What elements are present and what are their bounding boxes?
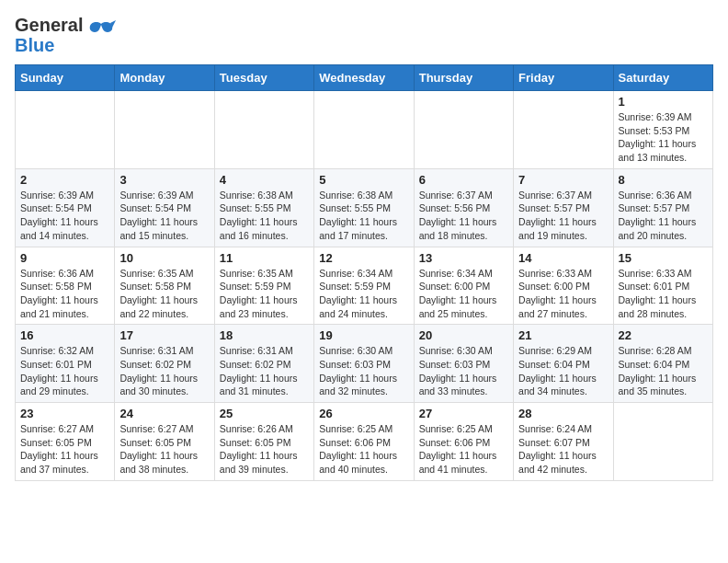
day-info: Sunrise: 6:31 AMSunset: 6:02 PMDaylight:… <box>220 344 309 398</box>
day-number: 8 <box>619 173 708 187</box>
day-info: Sunrise: 6:39 AMSunset: 5:54 PMDaylight:… <box>119 189 209 243</box>
calendar-cell: 2Sunrise: 6:39 AMSunset: 5:54 PMDaylight… <box>16 168 115 247</box>
day-number: 17 <box>119 328 209 342</box>
day-info: Sunrise: 6:31 AMSunset: 6:02 PMDaylight:… <box>119 344 209 398</box>
day-number: 9 <box>20 251 109 265</box>
day-number: 2 <box>20 173 109 187</box>
calendar-cell: 11Sunrise: 6:35 AMSunset: 5:59 PMDayligh… <box>214 247 313 325</box>
day-number: 4 <box>220 173 309 187</box>
day-number: 24 <box>119 407 209 420</box>
day-number: 6 <box>419 173 508 187</box>
day-number: 21 <box>518 328 608 342</box>
week-row-4: 16Sunrise: 6:32 AMSunset: 6:01 PMDayligh… <box>16 325 713 403</box>
calendar-cell: 28Sunrise: 6:24 AMSunset: 6:07 PMDayligh… <box>514 403 613 481</box>
day-info: Sunrise: 6:35 AMSunset: 5:59 PMDaylight:… <box>220 267 309 321</box>
day-info: Sunrise: 6:33 AMSunset: 6:01 PMDaylight:… <box>619 267 708 321</box>
calendar-cell <box>115 91 214 169</box>
day-info: Sunrise: 6:38 AMSunset: 5:55 PMDaylight:… <box>220 189 309 243</box>
calendar-cell: 8Sunrise: 6:36 AMSunset: 5:57 PMDaylight… <box>613 168 712 247</box>
calendar-cell: 16Sunrise: 6:32 AMSunset: 6:01 PMDayligh… <box>16 325 115 403</box>
day-info: Sunrise: 6:36 AMSunset: 5:58 PMDaylight:… <box>20 267 109 321</box>
day-info: Sunrise: 6:25 AMSunset: 6:06 PMDaylight:… <box>319 422 408 477</box>
calendar-cell: 17Sunrise: 6:31 AMSunset: 6:02 PMDayligh… <box>115 325 214 403</box>
day-info: Sunrise: 6:34 AMSunset: 6:00 PMDaylight:… <box>419 267 508 321</box>
day-number: 20 <box>419 328 508 342</box>
day-number: 7 <box>518 173 608 187</box>
day-header-wednesday: Wednesday <box>314 65 414 91</box>
logo: General Blue <box>15 15 116 55</box>
day-header-sunday: Sunday <box>16 65 115 91</box>
calendar-cell: 20Sunrise: 6:30 AMSunset: 6:03 PMDayligh… <box>414 325 513 403</box>
calendar-cell: 4Sunrise: 6:38 AMSunset: 5:55 PMDaylight… <box>214 168 313 247</box>
calendar-cell: 14Sunrise: 6:33 AMSunset: 6:00 PMDayligh… <box>514 247 613 325</box>
calendar-cell: 1Sunrise: 6:39 AMSunset: 5:53 PMDaylight… <box>613 91 712 169</box>
calendar-cell <box>414 91 513 169</box>
day-number: 11 <box>220 251 309 265</box>
day-header-saturday: Saturday <box>613 65 712 91</box>
day-info: Sunrise: 6:37 AMSunset: 5:56 PMDaylight:… <box>419 189 508 243</box>
day-info: Sunrise: 6:38 AMSunset: 5:55 PMDaylight:… <box>319 189 408 243</box>
day-info: Sunrise: 6:37 AMSunset: 5:57 PMDaylight:… <box>518 189 608 243</box>
day-info: Sunrise: 6:33 AMSunset: 6:00 PMDaylight:… <box>518 267 608 321</box>
calendar-cell <box>314 91 414 169</box>
page-header: General Blue <box>15 15 713 55</box>
calendar-cell <box>514 91 613 169</box>
day-number: 23 <box>20 407 109 420</box>
day-info: Sunrise: 6:29 AMSunset: 6:04 PMDaylight:… <box>518 344 608 398</box>
day-number: 5 <box>319 173 408 187</box>
day-header-monday: Monday <box>115 65 214 91</box>
day-number: 15 <box>619 251 708 265</box>
day-number: 13 <box>419 251 508 265</box>
logo-bird-icon <box>86 17 116 46</box>
calendar-cell: 5Sunrise: 6:38 AMSunset: 5:55 PMDaylight… <box>314 168 414 247</box>
day-info: Sunrise: 6:27 AMSunset: 6:05 PMDaylight:… <box>119 422 209 477</box>
week-row-3: 9Sunrise: 6:36 AMSunset: 5:58 PMDaylight… <box>16 247 713 325</box>
calendar-cell: 21Sunrise: 6:29 AMSunset: 6:04 PMDayligh… <box>514 325 613 403</box>
day-number: 10 <box>119 251 209 265</box>
calendar-cell: 9Sunrise: 6:36 AMSunset: 5:58 PMDaylight… <box>16 247 115 325</box>
calendar-cell: 15Sunrise: 6:33 AMSunset: 6:01 PMDayligh… <box>613 247 712 325</box>
day-number: 22 <box>619 328 708 342</box>
day-info: Sunrise: 6:30 AMSunset: 6:03 PMDaylight:… <box>319 344 408 398</box>
day-info: Sunrise: 6:35 AMSunset: 5:58 PMDaylight:… <box>119 267 209 321</box>
calendar-cell: 23Sunrise: 6:27 AMSunset: 6:05 PMDayligh… <box>16 403 115 481</box>
day-info: Sunrise: 6:28 AMSunset: 6:04 PMDaylight:… <box>619 344 708 398</box>
day-header-thursday: Thursday <box>414 65 513 91</box>
day-info: Sunrise: 6:24 AMSunset: 6:07 PMDaylight:… <box>518 422 608 477</box>
day-info: Sunrise: 6:25 AMSunset: 6:06 PMDaylight:… <box>419 422 508 477</box>
day-info: Sunrise: 6:39 AMSunset: 5:53 PMDaylight:… <box>619 110 708 165</box>
week-row-5: 23Sunrise: 6:27 AMSunset: 6:05 PMDayligh… <box>16 403 713 481</box>
calendar-cell: 13Sunrise: 6:34 AMSunset: 6:00 PMDayligh… <box>414 247 513 325</box>
calendar-cell: 24Sunrise: 6:27 AMSunset: 6:05 PMDayligh… <box>115 403 214 481</box>
day-info: Sunrise: 6:39 AMSunset: 5:54 PMDaylight:… <box>20 189 109 243</box>
calendar-header-row: SundayMondayTuesdayWednesdayThursdayFrid… <box>16 65 713 91</box>
calendar-table: SundayMondayTuesdayWednesdayThursdayFrid… <box>15 64 713 481</box>
logo-combined: General Blue <box>15 15 116 55</box>
day-number: 19 <box>319 328 408 342</box>
day-header-tuesday: Tuesday <box>214 65 313 91</box>
calendar-cell: 18Sunrise: 6:31 AMSunset: 6:02 PMDayligh… <box>214 325 313 403</box>
day-info: Sunrise: 6:26 AMSunset: 6:05 PMDaylight:… <box>220 422 309 477</box>
calendar-cell: 27Sunrise: 6:25 AMSunset: 6:06 PMDayligh… <box>414 403 513 481</box>
calendar-cell: 22Sunrise: 6:28 AMSunset: 6:04 PMDayligh… <box>613 325 712 403</box>
day-info: Sunrise: 6:34 AMSunset: 5:59 PMDaylight:… <box>319 267 408 321</box>
day-number: 16 <box>20 328 109 342</box>
logo-general-text: General <box>15 15 83 35</box>
day-info: Sunrise: 6:32 AMSunset: 6:01 PMDaylight:… <box>20 344 109 398</box>
day-info: Sunrise: 6:27 AMSunset: 6:05 PMDaylight:… <box>20 422 109 477</box>
week-row-1: 1Sunrise: 6:39 AMSunset: 5:53 PMDaylight… <box>16 91 713 169</box>
calendar-cell: 7Sunrise: 6:37 AMSunset: 5:57 PMDaylight… <box>514 168 613 247</box>
day-number: 18 <box>220 328 309 342</box>
day-info: Sunrise: 6:36 AMSunset: 5:57 PMDaylight:… <box>619 189 708 243</box>
logo-blue-text: Blue <box>15 35 54 55</box>
day-number: 27 <box>419 407 508 420</box>
day-info: Sunrise: 6:30 AMSunset: 6:03 PMDaylight:… <box>419 344 508 398</box>
day-number: 3 <box>119 173 209 187</box>
calendar-cell: 10Sunrise: 6:35 AMSunset: 5:58 PMDayligh… <box>115 247 214 325</box>
day-number: 28 <box>518 407 608 420</box>
calendar-cell: 3Sunrise: 6:39 AMSunset: 5:54 PMDaylight… <box>115 168 214 247</box>
day-number: 14 <box>518 251 608 265</box>
day-number: 25 <box>220 407 309 420</box>
calendar-cell: 19Sunrise: 6:30 AMSunset: 6:03 PMDayligh… <box>314 325 414 403</box>
calendar-cell: 12Sunrise: 6:34 AMSunset: 5:59 PMDayligh… <box>314 247 414 325</box>
